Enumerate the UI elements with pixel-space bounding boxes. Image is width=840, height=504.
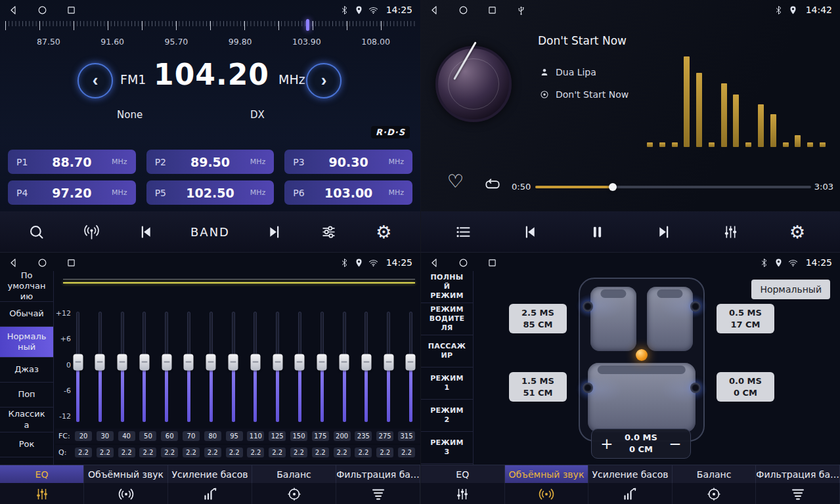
eq-preset-item[interactable]: Джаз	[0, 358, 53, 383]
tune-down-button[interactable]: ‹	[77, 63, 113, 98]
surround-mode-item[interactable]: РЕЖИМ 2	[421, 400, 473, 432]
delay-rear-right[interactable]: 0.0 MS 0 CM	[717, 372, 774, 402]
eq-band-slider[interactable]	[343, 312, 346, 422]
balance-icon[interactable]	[252, 483, 336, 504]
tab-surround-sound[interactable]: Объёмный звук	[505, 465, 589, 483]
eq-band-slider[interactable]	[210, 312, 213, 422]
eq-band-slider[interactable]	[165, 312, 168, 422]
delay-rear-left[interactable]: 1.5 MS 51 CM	[509, 372, 567, 402]
eq-band-slider[interactable]	[321, 312, 324, 422]
delay-front-left[interactable]: 2.5 MS 85 CM	[509, 304, 567, 333]
profile-button[interactable]: Нормальный	[751, 280, 830, 299]
frequency-scale[interactable]: 87.5091.6095.7099.80103.90108.00	[5, 21, 415, 54]
recents-button[interactable]	[66, 5, 77, 16]
eq-band-slider[interactable]	[232, 312, 235, 422]
recents-button[interactable]	[487, 5, 498, 16]
surround-mode-item[interactable]: ПОЛНЫЙ РЕЖИМ	[421, 271, 473, 303]
preset-button[interactable]: P497.20MHz	[8, 180, 136, 205]
eq-band-handle[interactable]	[295, 354, 305, 371]
eq-band-handle[interactable]	[95, 354, 105, 371]
eq-band-slider[interactable]	[121, 312, 124, 422]
tab-bass-boost[interactable]: Усиление басов	[168, 465, 252, 483]
recents-button[interactable]	[487, 257, 498, 268]
balance-icon[interactable]	[673, 483, 757, 504]
eq-preset-item[interactable]: Рок	[0, 432, 53, 457]
eq-sliders-button[interactable]	[319, 221, 340, 242]
home-button[interactable]	[37, 5, 48, 16]
preset-button[interactable]: P390.30MHz	[284, 150, 412, 174]
delay-front-right[interactable]: 0.5 MS 17 CM	[717, 304, 774, 333]
broadcast-button[interactable]	[81, 221, 102, 242]
eq-band-handle[interactable]	[340, 354, 349, 371]
scan-button[interactable]	[26, 221, 47, 242]
mixer-button[interactable]	[720, 221, 741, 242]
eq-sliders-icon[interactable]	[421, 483, 505, 504]
increase-button[interactable]: +	[600, 436, 614, 452]
preset-button[interactable]: P188.70MHz	[8, 150, 136, 174]
eq-band-slider[interactable]	[187, 312, 190, 422]
eq-band-handle[interactable]	[73, 354, 83, 371]
tab-balance[interactable]: Баланс	[673, 465, 757, 483]
surround-sound-icon[interactable]	[505, 483, 589, 504]
eq-band-handle[interactable]	[229, 354, 238, 371]
listening-position-marker[interactable]	[636, 349, 648, 361]
eq-preset-item[interactable]: По умолчанию	[0, 271, 53, 302]
preset-button[interactable]: P5102.50MHz	[146, 180, 275, 205]
recents-button[interactable]	[66, 257, 77, 268]
repeat-button[interactable]	[483, 177, 502, 193]
home-button[interactable]	[37, 257, 48, 268]
eq-band-handle[interactable]	[118, 354, 127, 371]
eq-preset-item[interactable]: Поп	[0, 383, 53, 408]
eq-band-handle[interactable]	[139, 354, 149, 371]
tab-surround-sound[interactable]: Объёмный звук	[84, 465, 168, 483]
favorite-button[interactable]: ♡	[447, 171, 464, 192]
home-button[interactable]	[458, 257, 469, 268]
eq-band-handle[interactable]	[384, 354, 393, 371]
eq-band-slider[interactable]	[99, 312, 102, 422]
eq-preset-item[interactable]: Классика	[0, 408, 53, 432]
progress-bar[interactable]	[535, 186, 811, 188]
back-button[interactable]	[8, 5, 19, 16]
bass-boost-icon[interactable]	[588, 483, 673, 504]
eq-band-slider[interactable]	[365, 312, 368, 422]
surround-mode-item[interactable]: РЕЖИМ 1	[421, 368, 473, 400]
surround-mode-item[interactable]: ПАССАЖИР	[421, 335, 473, 368]
filter-icon[interactable]	[756, 483, 840, 504]
eq-band-slider[interactable]	[76, 312, 79, 422]
preset-button[interactable]: P6103.00MHz	[284, 180, 412, 205]
next-button[interactable]	[653, 221, 674, 242]
settings-button[interactable]: ⚙	[373, 221, 394, 242]
preset-button[interactable]: P289.50MHz	[146, 150, 275, 174]
progress-knob[interactable]	[609, 183, 617, 191]
tab-eq[interactable]: EQ	[0, 465, 84, 483]
filter-icon[interactable]	[336, 483, 420, 504]
settings-button[interactable]: ⚙	[787, 221, 808, 242]
eq-band-handle[interactable]	[162, 354, 171, 371]
pause-button[interactable]	[586, 221, 608, 242]
band-button[interactable]: BAND	[190, 225, 230, 239]
eq-band-handle[interactable]	[206, 354, 216, 371]
home-button[interactable]	[458, 5, 469, 16]
eq-preset-item[interactable]: Обычай	[0, 302, 53, 327]
back-button[interactable]	[429, 257, 440, 268]
eq-band-slider[interactable]	[143, 312, 146, 422]
eq-band-slider[interactable]	[387, 312, 390, 422]
eq-band-handle[interactable]	[273, 354, 282, 371]
eq-band-handle[interactable]	[184, 354, 194, 371]
surround-sound-icon[interactable]	[84, 483, 168, 504]
surround-mode-item[interactable]: РЕЖИМ ВОДИТЕЛЯ	[421, 303, 473, 335]
eq-band-handle[interactable]	[361, 354, 371, 371]
eq-preset-item[interactable]: Нормальный	[0, 327, 53, 358]
decrease-button[interactable]: −	[668, 436, 682, 452]
playlist-button[interactable]	[453, 221, 474, 242]
tab-balance[interactable]: Баланс	[252, 465, 336, 483]
tab-eq[interactable]: EQ	[421, 465, 505, 483]
eq-sliders-icon[interactable]	[0, 483, 84, 504]
back-button[interactable]	[8, 257, 19, 268]
tune-up-button[interactable]: ›	[306, 63, 342, 98]
eq-band-slider[interactable]	[409, 312, 412, 422]
back-button[interactable]	[429, 5, 440, 16]
eq-band-slider[interactable]	[276, 312, 279, 422]
eq-band-handle[interactable]	[406, 354, 416, 371]
tab-bass-boost[interactable]: Усиление басов	[588, 465, 673, 483]
